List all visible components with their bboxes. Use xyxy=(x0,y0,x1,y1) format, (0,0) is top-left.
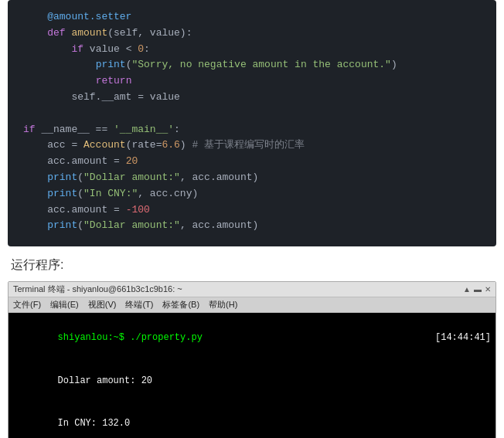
menu-file[interactable]: 文件(F) xyxy=(13,299,41,311)
minimize-icon[interactable]: ▲ xyxy=(463,285,471,294)
terminal-wrapper[interactable]: Terminal 终端 - shiyanlou@661b3c1c9b16: ~ … xyxy=(8,281,496,438)
main-container: @amount.setter def amount(self, value): … xyxy=(0,0,504,438)
terminal-title-text: Terminal 终端 - shiyanlou@661b3c1c9b16: ~ xyxy=(13,284,182,295)
terminal-line-1: shiyanlou:~$ ./property.py[14:44:41] xyxy=(13,316,491,359)
maximize-icon[interactable]: ▬ xyxy=(474,285,482,294)
decorator-line: @amount.setter xyxy=(23,11,131,22)
timestamp-1: [14:44:41] xyxy=(435,331,491,345)
menu-tabs[interactable]: 标签备(B) xyxy=(162,299,199,311)
menu-edit[interactable]: 编辑(E) xyxy=(50,299,79,311)
terminal-body[interactable]: shiyanlou:~$ ./property.py[14:44:41] Dol… xyxy=(9,313,495,438)
code-section: @amount.setter def amount(self, value): … xyxy=(8,0,496,246)
close-icon[interactable]: ✕ xyxy=(485,285,491,294)
prompt-1: shiyanlou:~$ ./property.py xyxy=(58,332,203,343)
terminal-titlebar: Terminal 终端 - shiyanlou@661b3c1c9b16: ~ … xyxy=(9,282,495,297)
terminal-line-3: In CNY: 132.0 xyxy=(13,402,491,438)
run-label: 运行程序: xyxy=(0,246,504,281)
terminal-controls: ▲ ▬ ✕ xyxy=(463,285,491,294)
menu-help[interactable]: 帮助(H) xyxy=(209,299,237,311)
terminal-line-2: Dollar amount: 20 xyxy=(13,359,491,402)
code-block: @amount.setter def amount(self, value): … xyxy=(23,9,481,234)
run-label-text: 运行程序: xyxy=(11,258,63,271)
menu-view[interactable]: 视图(V) xyxy=(88,299,117,311)
terminal-menubar: 文件(F) 编辑(E) 视图(V) 终端(T) 标签备(B) 帮助(H) xyxy=(9,297,495,313)
menu-terminal[interactable]: 终端(T) xyxy=(125,299,153,311)
